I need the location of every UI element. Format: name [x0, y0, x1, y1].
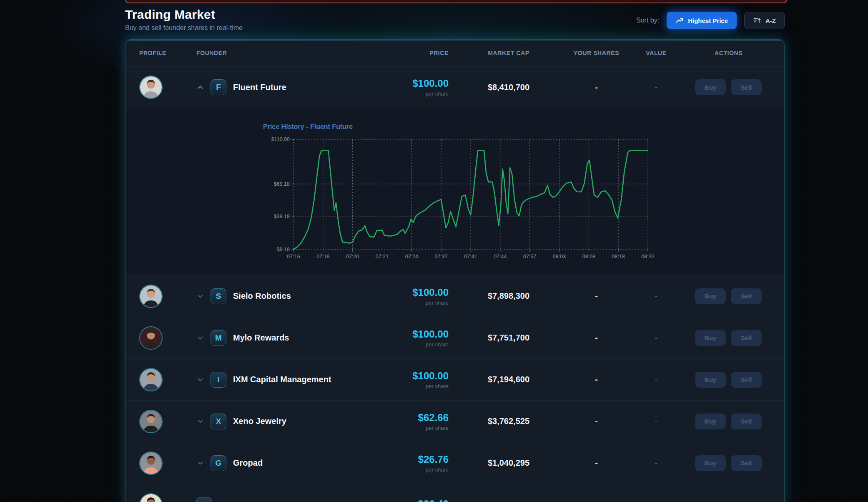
market-cap: $8,410,700 — [449, 83, 560, 92]
founder-avatar — [139, 493, 163, 502]
svg-text:07:19: 07:19 — [316, 254, 329, 260]
trending-up-icon — [675, 16, 684, 25]
sort-by-label: Sort by: — [636, 17, 659, 24]
alert-banner — [125, 0, 787, 3]
svg-text:07:57: 07:57 — [523, 254, 536, 260]
founder-badge: G — [211, 455, 226, 471]
your-shares: - — [560, 458, 629, 468]
founder-avatar — [139, 452, 163, 475]
svg-text:07:41: 07:41 — [464, 254, 477, 260]
table-row[interactable]: $26.43 — [125, 484, 784, 502]
svg-text:08:32: 08:32 — [641, 254, 654, 260]
svg-text:08:03: 08:03 — [553, 254, 566, 260]
table-body: F Fluent Future $100.00 per share $8,410… — [125, 66, 784, 502]
per-share-label: per share — [377, 341, 449, 348]
shares-value: - — [629, 459, 683, 467]
page-subtitle: Buy and sell founder shares in real-time — [125, 24, 243, 32]
trading-table: PROFILE FOUNDER PRICE MARKET CAP YOUR SH… — [125, 39, 785, 502]
column-header-your-shares: YOUR SHARES — [560, 50, 629, 56]
sort-az-label: A-Z — [765, 17, 776, 24]
market-cap: $3,762,525 — [449, 416, 560, 426]
svg-text:08:18: 08:18 — [612, 254, 625, 260]
svg-text:07:24: 07:24 — [405, 254, 418, 260]
sell-button[interactable]: Sell — [731, 288, 762, 304]
founder-name: Mylo Rewards — [233, 333, 289, 343]
market-cap: $7,194,600 — [449, 375, 560, 384]
page-title: Trading Market — [125, 8, 215, 22]
table-row[interactable]: I IXM Capital Management $100.00 per sha… — [125, 358, 784, 400]
table-row[interactable]: S Sielo Robotics $100.00 per share $7,89… — [125, 275, 784, 317]
buy-button[interactable]: Buy — [695, 330, 726, 346]
svg-text:07:37: 07:37 — [435, 254, 448, 260]
founder-name: Xeno Jewelry — [233, 416, 286, 426]
founder-badge: X — [211, 414, 226, 429]
table-row[interactable]: M Mylo Rewards $100.00 per share $7,751,… — [125, 317, 784, 358]
column-header-market-cap: MARKET CAP — [449, 50, 560, 56]
shares-value: - — [629, 334, 683, 342]
chevron-up-icon[interactable] — [196, 83, 204, 91]
column-header-founder: FOUNDER — [196, 50, 377, 56]
share-price: $100.00 — [377, 287, 449, 298]
founder-badge: S — [211, 288, 226, 304]
chevron-down-icon[interactable] — [196, 376, 204, 383]
founder-name: Gropad — [233, 458, 263, 468]
founder-name: Sielo Robotics — [233, 291, 291, 301]
market-cap: $7,751,700 — [449, 333, 560, 343]
founder-avatar — [139, 326, 163, 350]
shares-value: - — [629, 376, 683, 383]
buy-button[interactable]: Buy — [695, 414, 726, 429]
sell-button[interactable]: Sell — [731, 455, 762, 471]
your-shares: - — [560, 375, 629, 384]
buy-button[interactable]: Buy — [695, 79, 726, 95]
your-shares: - — [560, 416, 629, 426]
chevron-down-icon[interactable] — [196, 459, 204, 467]
svg-text:07:16: 07:16 — [287, 254, 300, 260]
your-shares: - — [560, 333, 629, 343]
column-header-actions: ACTIONS — [683, 50, 784, 56]
per-share-label: per share — [377, 91, 449, 97]
founder-avatar — [139, 368, 163, 391]
shares-value: - — [629, 418, 683, 425]
per-share-label: per share — [377, 467, 449, 473]
price-history-chart: 07:1607:1907:2007:2107:2407:3707:4107:44… — [255, 131, 659, 269]
share-price: $100.00 — [377, 328, 449, 340]
buy-button[interactable]: Buy — [695, 372, 726, 388]
sort-controls: Sort by: Highest Price A-Z — [636, 11, 785, 30]
chevron-down-icon[interactable] — [196, 293, 204, 300]
founder-name: Fluent Future — [233, 83, 286, 92]
table-row[interactable]: X Xeno Jewelry $62.66 per share $3,762,5… — [125, 400, 784, 442]
per-share-label: per share — [377, 383, 449, 389]
table-row[interactable]: F Fluent Future $100.00 per share $8,410… — [125, 66, 784, 108]
svg-text:07:21: 07:21 — [376, 254, 389, 260]
your-shares: - — [560, 83, 629, 92]
share-price: $100.00 — [377, 370, 449, 382]
svg-text:$110.00: $110.00 — [271, 136, 290, 142]
founder-avatar — [139, 285, 163, 308]
founder-badge: I — [211, 372, 226, 388]
chevron-down-icon[interactable] — [196, 418, 204, 425]
buy-button[interactable]: Buy — [695, 455, 726, 471]
sort-highest-price-button[interactable]: Highest Price — [667, 12, 737, 29]
share-price: $26.76 — [377, 454, 449, 465]
your-shares: - — [560, 291, 629, 301]
market-cap: $1,040,295 — [449, 458, 560, 468]
share-price: $62.66 — [377, 412, 449, 424]
table-header: PROFILE FOUNDER PRICE MARKET CAP YOUR SH… — [125, 40, 784, 66]
table-row[interactable]: G Gropad $26.76 per share $1,040,295 - -… — [125, 442, 784, 484]
svg-text:07:20: 07:20 — [346, 254, 359, 260]
share-price: $100.00 — [377, 78, 449, 89]
sell-button[interactable]: Sell — [731, 414, 762, 429]
founder-badge: M — [211, 330, 226, 346]
sort-highest-price-label: Highest Price — [688, 17, 728, 24]
share-price: $26.43 — [377, 498, 449, 502]
chevron-down-icon[interactable] — [196, 334, 204, 342]
sort-az-button[interactable]: A-Z — [744, 12, 785, 29]
sell-button[interactable]: Sell — [731, 372, 762, 388]
svg-text:$39.18: $39.18 — [274, 214, 290, 219]
founder-avatar — [139, 76, 163, 99]
buy-button[interactable]: Buy — [695, 288, 726, 304]
column-header-value: VALUE — [629, 50, 683, 56]
expanded-chart-section: Price History - Fluent Future07:1607:190… — [125, 108, 784, 275]
sell-button[interactable]: Sell — [731, 79, 762, 95]
sell-button[interactable]: Sell — [731, 330, 762, 346]
